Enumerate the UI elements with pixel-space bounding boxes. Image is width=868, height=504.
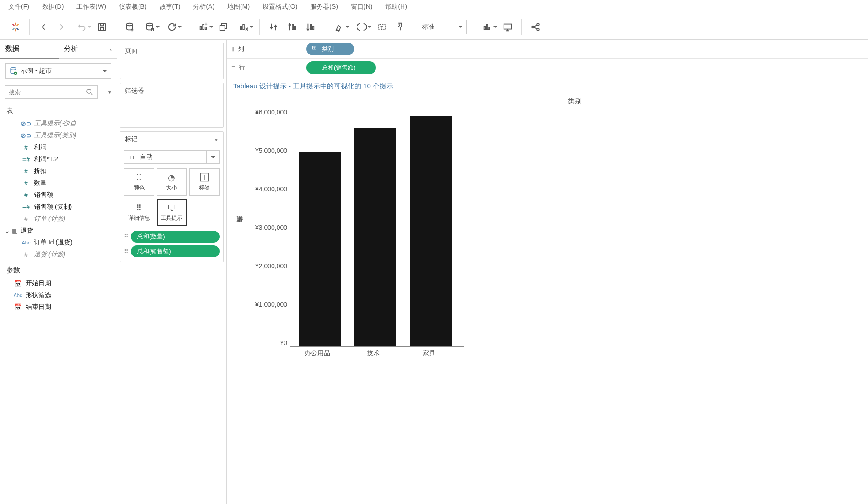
number-icon: # [22, 179, 30, 187]
param-start[interactable]: 📅开始日期 [0, 277, 117, 289]
size-icon: ◔ [168, 173, 175, 183]
refresh-button[interactable] [161, 18, 183, 36]
param-end[interactable]: 📅结束日期 [0, 301, 117, 313]
svg-line-4 [13, 24, 15, 26]
mark-size[interactable]: ◔大小 [157, 168, 187, 196]
mark-type-select[interactable]: ⫾⫾ 自动 [124, 150, 220, 164]
filter-icon[interactable] [101, 88, 102, 96]
tooltip-pill-sales[interactable]: ⠿总和(销售额) [124, 245, 220, 257]
svg-rect-11 [200, 26, 202, 29]
menu-bar: 文件(F) 数据(D) 工作表(W) 仪表板(B) 故事(T) 分析(A) 地图… [0, 0, 868, 14]
field-orderid-ret[interactable]: Abc订单 Id (退货) [0, 237, 117, 249]
view-options-icon[interactable] [104, 88, 105, 96]
presentation-button[interactable] [498, 18, 517, 36]
back-button[interactable] [34, 18, 53, 36]
menu-help[interactable]: 帮助(H) [385, 3, 407, 11]
mark-detail[interactable]: ⠿详细信息 [124, 199, 154, 226]
datasource-select[interactable]: 示例 - 超市 [5, 63, 111, 79]
menu-dashboard[interactable]: 仪表板(B) [119, 3, 147, 11]
menu-file[interactable]: 文件(F) [8, 3, 29, 11]
bar[interactable] [410, 116, 452, 346]
bar[interactable] [299, 152, 341, 346]
fit-select[interactable]: 标准 [417, 20, 467, 34]
chevron-down-icon[interactable]: ▼ [214, 137, 219, 142]
menu-story[interactable]: 故事(T) [160, 3, 181, 11]
svg-rect-24 [486, 24, 488, 29]
columns-shelf[interactable]: ⦀列 类别 [227, 40, 868, 59]
menu-format[interactable]: 设置格式(O) [263, 3, 297, 11]
chevron-down-icon [98, 64, 111, 78]
svg-point-10 [147, 23, 153, 26]
datasource-name: 示例 - 超市 [21, 67, 98, 75]
pages-card[interactable]: 页面 [120, 43, 224, 79]
field-qty[interactable]: #数量 [0, 177, 117, 189]
save-button[interactable] [93, 18, 111, 36]
field-profit[interactable]: #利润 [0, 141, 117, 153]
clear-sheet-button[interactable] [233, 18, 255, 36]
cards-column: 页面 筛选器 标记▼ ⫾⫾ 自动 ⁚⁚颜色 ◔大小 🅃标签 ⠿详细信息 🗨 [117, 40, 227, 504]
show-me-button[interactable] [477, 18, 498, 36]
date-icon: 📅 [14, 303, 22, 311]
rows-pill[interactable]: 总和(销售额) [306, 61, 376, 74]
tab-data[interactable]: 数据 [0, 40, 59, 59]
field-sales-copy[interactable]: =#销售额 (复制) [0, 201, 117, 213]
field-orders-count[interactable]: #订单 (计数) [0, 213, 117, 225]
params-section: 参数 [0, 263, 117, 277]
share-button[interactable] [526, 18, 545, 36]
swap-button[interactable] [264, 18, 283, 36]
svg-line-6 [17, 24, 19, 26]
y-axis: ¥6,000,000¥5,000,000¥4,000,000¥3,000,000… [245, 108, 290, 347]
svg-rect-23 [484, 26, 486, 29]
menu-worksheet[interactable]: 工作表(W) [76, 3, 106, 11]
svg-rect-13 [205, 27, 207, 30]
highlight-button[interactable] [329, 18, 351, 36]
chevron-down-icon [454, 20, 466, 34]
worksheet-title[interactable]: Tableau 设计提示 - 工具提示中的可视化的 10 个提示 [227, 77, 868, 92]
svg-rect-12 [203, 24, 204, 29]
collapse-icon[interactable]: ‹ [110, 46, 112, 53]
field-sales[interactable]: #销售额 [0, 189, 117, 201]
search-input[interactable] [5, 85, 98, 99]
search-icon [86, 88, 94, 96]
labels-button[interactable]: T [373, 18, 391, 36]
field-tooltip-cat[interactable]: ⊘⊃工具提示(类别) [0, 130, 117, 141]
param-shape[interactable]: Abc形状筛选 [0, 289, 117, 301]
pin-button[interactable] [391, 18, 409, 36]
bar[interactable] [354, 128, 396, 346]
menu-analysis[interactable]: 分析(A) [193, 3, 214, 11]
columns-label: 列 [238, 45, 244, 53]
svg-point-9 [127, 23, 133, 26]
columns-pill[interactable]: 类别 [306, 43, 354, 55]
sort-asc-button[interactable] [283, 18, 301, 36]
new-datasource-button[interactable] [121, 18, 139, 36]
table-returns[interactable]: ⌄ ▦ 退货 [0, 225, 117, 237]
group-button[interactable] [351, 18, 373, 36]
forward-button[interactable] [53, 18, 71, 36]
svg-rect-14 [220, 25, 225, 30]
field-tooltip-prov[interactable]: ⊘⊃工具提示(省/自... [0, 118, 117, 130]
mark-label[interactable]: 🅃标签 [189, 168, 220, 196]
chevron-down-icon [206, 151, 219, 163]
link-icon: ⊘⊃ [22, 132, 30, 139]
mark-color[interactable]: ⁚⁚颜色 [124, 168, 154, 196]
sort-desc-button[interactable] [301, 18, 319, 36]
tab-analysis[interactable]: 分析 [59, 40, 117, 59]
duplicate-sheet-button[interactable] [214, 18, 233, 36]
menu-server[interactable]: 服务器(S) [310, 3, 338, 11]
mark-tooltip[interactable]: 🗨工具提示 [157, 199, 187, 226]
field-returns-count[interactable]: #退货 (计数) [0, 249, 117, 260]
pause-updates-button[interactable] [139, 18, 161, 36]
field-profit12[interactable]: =#利润*1.2 [0, 153, 117, 165]
menu-window[interactable]: 窗口(N) [351, 3, 372, 11]
tableau-logo-icon[interactable] [6, 18, 25, 36]
undo-button[interactable] [71, 18, 93, 36]
chevron-down-icon[interactable]: ▼ [107, 90, 112, 95]
plot-area[interactable] [290, 108, 464, 347]
menu-data[interactable]: 数据(D) [42, 3, 64, 11]
field-discount[interactable]: #折扣 [0, 165, 117, 177]
filters-card[interactable]: 筛选器 [120, 83, 224, 128]
menu-map[interactable]: 地图(M) [227, 3, 250, 11]
rows-shelf[interactable]: ≡行 总和(销售额) [227, 59, 868, 77]
tooltip-pill-qty[interactable]: ⠿总和(数量) [124, 231, 220, 243]
new-worksheet-button[interactable] [193, 18, 214, 36]
